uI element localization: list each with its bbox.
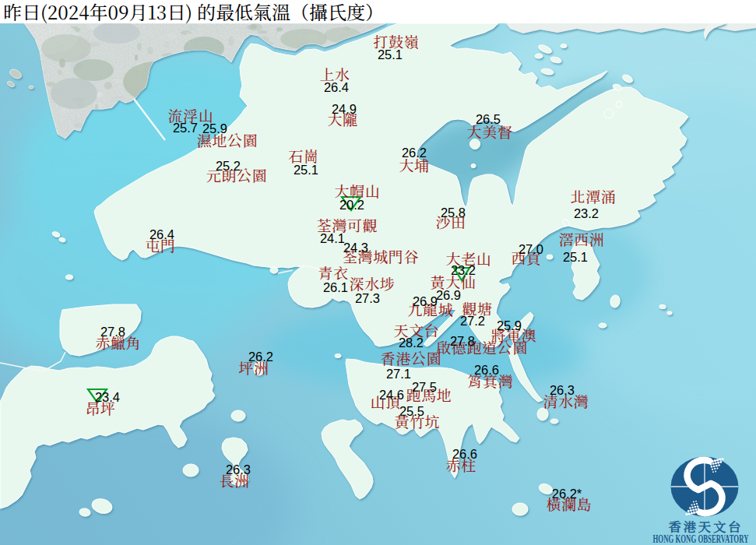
- svg-text:26.4: 26.4: [324, 80, 349, 94]
- svg-text:24.3: 24.3: [343, 241, 368, 255]
- svg-text:23.2: 23.2: [574, 206, 599, 220]
- svg-text:27.0: 27.0: [519, 242, 543, 256]
- svg-text:27.1: 27.1: [386, 367, 411, 381]
- svg-text:26.2*: 26.2*: [552, 487, 582, 501]
- svg-text:昨日(2024年09月13日) 的最低氣溫（攝氏度）: 昨日(2024年09月13日) 的最低氣溫（攝氏度）: [3, 0, 384, 25]
- svg-text:香港公園: 香港公園: [381, 347, 441, 368]
- svg-text:27.8: 27.8: [450, 334, 475, 348]
- svg-text:25.7: 25.7: [173, 121, 198, 135]
- svg-text:25.2: 25.2: [216, 159, 241, 173]
- svg-text:HONG KONG OBSERVATORY: HONG KONG OBSERVATORY: [653, 533, 749, 545]
- svg-text:26.2: 26.2: [248, 350, 273, 364]
- svg-text:26.3: 26.3: [226, 462, 251, 476]
- svg-text:24.1: 24.1: [320, 231, 345, 245]
- svg-text:滘西洲: 滘西洲: [559, 228, 605, 249]
- svg-text:26.6: 26.6: [474, 363, 499, 377]
- svg-text:26.5: 26.5: [476, 112, 501, 126]
- svg-text:26.2: 26.2: [402, 146, 427, 160]
- svg-text:25.1: 25.1: [563, 250, 588, 264]
- svg-text:25.8: 25.8: [441, 206, 466, 220]
- svg-text:25.9: 25.9: [202, 121, 227, 135]
- svg-text:25.1: 25.1: [378, 47, 403, 62]
- svg-text:25.1: 25.1: [294, 163, 318, 177]
- svg-text:27.8: 27.8: [100, 325, 125, 339]
- svg-text:北潭涌: 北潭涌: [571, 185, 617, 206]
- svg-text:青衣: 青衣: [318, 262, 348, 283]
- svg-text:24.6: 24.6: [379, 388, 404, 402]
- svg-text:20.2: 20.2: [339, 198, 364, 212]
- svg-text:深水埗: 深水埗: [350, 272, 396, 294]
- svg-text:27.5: 27.5: [412, 380, 437, 394]
- svg-text:27.3: 27.3: [355, 291, 380, 305]
- svg-text:27.2: 27.2: [460, 314, 485, 328]
- svg-text:26.3: 26.3: [550, 383, 575, 397]
- svg-text:25.5: 25.5: [399, 404, 424, 418]
- svg-text:25.9: 25.9: [497, 318, 522, 332]
- svg-text:26.4: 26.4: [149, 227, 174, 241]
- svg-text:26.6: 26.6: [452, 447, 477, 461]
- svg-text:26.9: 26.9: [413, 294, 438, 308]
- svg-text:26.1: 26.1: [323, 280, 348, 294]
- svg-text:24.9: 24.9: [332, 102, 357, 116]
- svg-text:23.4: 23.4: [95, 390, 120, 404]
